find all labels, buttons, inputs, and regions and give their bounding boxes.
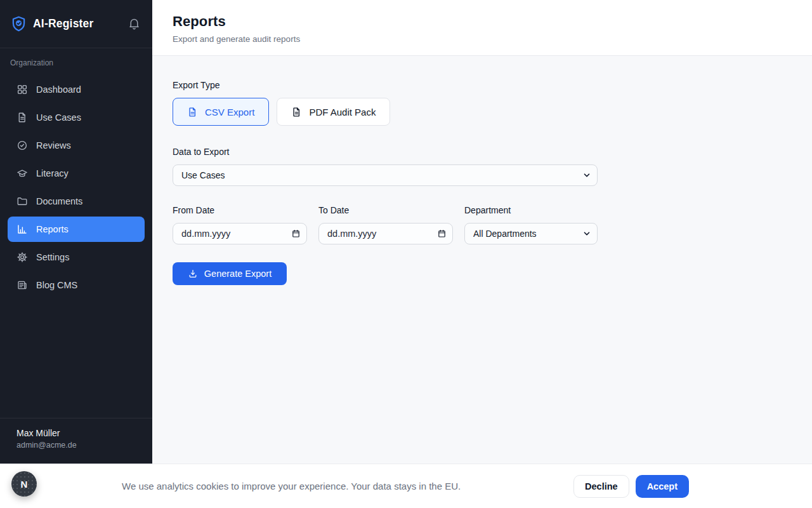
department-field: Department All Departments xyxy=(464,205,598,244)
gear-icon xyxy=(16,251,28,263)
sidebar-item-label: Settings xyxy=(36,252,69,262)
filters-row: From Date To Date xyxy=(173,205,792,244)
newspaper-icon xyxy=(16,279,28,291)
accept-button[interactable]: Accept xyxy=(636,475,689,498)
sidebar-item-label: Reports xyxy=(36,224,69,234)
csv-export-label: CSV Export xyxy=(205,107,254,117)
sidebar-nav: Dashboard Use Cases Reviews xyxy=(0,77,152,298)
sidebar-item-label: Blog CMS xyxy=(36,280,77,290)
sidebar-item-blog-cms[interactable]: Blog CMS xyxy=(8,272,145,298)
check-circle-icon xyxy=(16,140,28,151)
department-select[interactable]: All Departments xyxy=(464,223,598,244)
reports-export-form: Export Type CSV Export PDF Audit Pack xyxy=(152,56,812,464)
notifications-bell-icon[interactable] xyxy=(128,17,141,30)
csv-file-icon xyxy=(187,107,198,117)
sidebar-item-label: Dashboard xyxy=(36,84,81,95)
sidebar-item-reviews[interactable]: Reviews xyxy=(8,133,145,158)
sidebar-item-label: Documents xyxy=(36,196,82,206)
cookie-actions: Decline Accept xyxy=(573,475,689,498)
pdf-file-icon xyxy=(291,107,302,117)
from-date-label: From Date xyxy=(173,205,307,215)
page-subtitle: Export and generate audit reports xyxy=(173,34,792,44)
sidebar-item-dashboard[interactable]: Dashboard xyxy=(8,77,145,102)
cookie-banner: We use analytics cookies to improve your… xyxy=(0,464,812,508)
page-title: Reports xyxy=(173,13,792,30)
department-select-wrap: All Departments xyxy=(464,223,598,244)
avatar-letter: N xyxy=(21,479,28,490)
to-date-label: To Date xyxy=(318,205,453,215)
pdf-audit-pack-label: PDF Audit Pack xyxy=(309,107,376,117)
sidebar-item-label: Literacy xyxy=(36,168,69,178)
data-to-export-select-wrap: Use Cases xyxy=(173,164,598,186)
sidebar-section-label: Organization xyxy=(0,48,152,67)
to-date-input[interactable] xyxy=(318,223,453,244)
department-label: Department xyxy=(464,205,598,215)
sidebar-item-label: Use Cases xyxy=(36,112,81,123)
user-email: admin@acme.de xyxy=(16,441,142,450)
download-icon xyxy=(188,269,198,279)
from-date-input[interactable] xyxy=(173,223,307,244)
export-type-options: CSV Export PDF Audit Pack xyxy=(173,98,792,126)
export-type-label: Export Type xyxy=(173,80,792,90)
dashboard-grid-icon xyxy=(16,84,28,95)
data-to-export-select[interactable]: Use Cases xyxy=(173,164,598,186)
sidebar-item-reports[interactable]: Reports xyxy=(8,217,145,242)
sidebar-item-literacy[interactable]: Literacy xyxy=(8,161,145,186)
sidebar-item-label: Reviews xyxy=(36,140,71,150)
pdf-audit-pack-button[interactable]: PDF Audit Pack xyxy=(277,98,390,126)
to-date-field: To Date xyxy=(318,205,453,244)
user-name: Max Müller xyxy=(16,428,142,438)
csv-export-button[interactable]: CSV Export xyxy=(173,98,269,126)
generate-export-button[interactable]: Generate Export xyxy=(173,262,287,285)
data-to-export-label: Data to Export xyxy=(173,147,792,157)
from-date-field: From Date xyxy=(173,205,307,244)
chat-widget-avatar[interactable]: N xyxy=(11,471,37,497)
cookie-message: We use analytics cookies to improve your… xyxy=(122,481,461,491)
sidebar-item-settings[interactable]: Settings xyxy=(8,244,145,270)
folder-icon xyxy=(16,196,28,207)
decline-button[interactable]: Decline xyxy=(573,475,629,498)
sidebar: AI-Register Organization Dashboard xyxy=(0,0,152,508)
graduation-cap-icon xyxy=(16,168,28,179)
bar-chart-icon xyxy=(16,224,28,235)
sidebar-header: AI-Register xyxy=(0,0,152,48)
sidebar-user-info[interactable]: Max Müller admin@acme.de xyxy=(0,418,152,464)
app-title: AI-Register xyxy=(33,17,94,30)
page-header: Reports Export and generate audit report… xyxy=(152,0,812,56)
shield-check-logo-icon xyxy=(11,16,26,32)
sidebar-item-use-cases[interactable]: Use Cases xyxy=(8,105,145,130)
sidebar-item-documents[interactable]: Documents xyxy=(8,189,145,214)
document-icon xyxy=(16,112,28,123)
generate-export-label: Generate Export xyxy=(204,269,272,279)
